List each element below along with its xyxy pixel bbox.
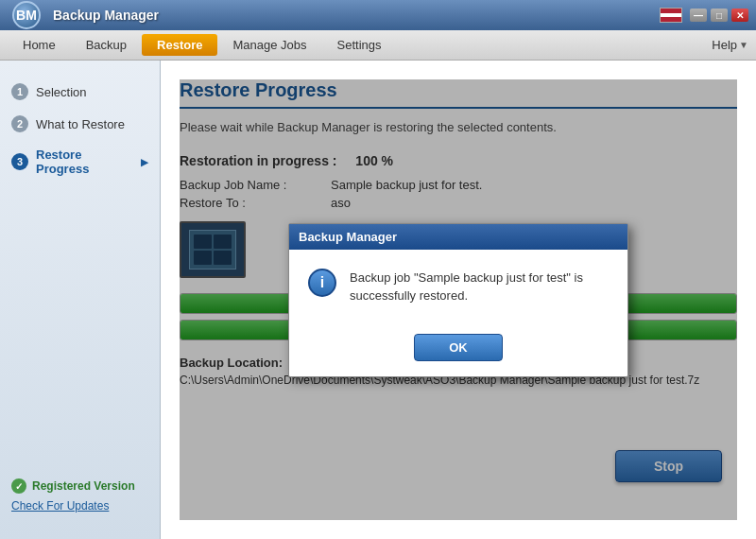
dialog-box: Backup Manager i Backup job "Sample back… <box>288 223 628 377</box>
title-bar-left: BM Backup Manager <box>8 0 159 30</box>
dialog-ok-button[interactable]: OK <box>414 334 503 361</box>
app-title: Backup Manager <box>53 8 159 23</box>
sidebar-bottom: ✓ Registered Version Check For Updates <box>0 467 160 524</box>
maximize-button[interactable]: □ <box>711 9 728 22</box>
dialog-overlay: Backup Manager i Backup job "Sample back… <box>180 79 737 520</box>
sidebar-label-restore-progress: Restore Progress <box>36 148 133 176</box>
app-icon-circle: BM <box>12 1 41 29</box>
main-layout: 1 Selection 2 What to Restore 3 Restore … <box>0 61 756 539</box>
dialog-message: Backup job "Sample backup just for test"… <box>350 269 609 305</box>
dialog-info-icon: i <box>308 269 336 297</box>
menu-backup[interactable]: Backup <box>71 34 142 56</box>
close-button[interactable]: ✕ <box>731 9 748 22</box>
step-num-3: 3 <box>11 153 28 170</box>
sidebar-item-what-to-restore[interactable]: 2 What to Restore <box>0 108 160 140</box>
menu-home[interactable]: Home <box>8 34 71 56</box>
content-wrapper: Restore Progress Please wait while Backu… <box>180 79 737 520</box>
dialog-title: Backup Manager <box>299 230 397 244</box>
check-updates-link[interactable]: Check For Updates <box>11 499 148 513</box>
help-menu[interactable]: Help ▼ <box>712 38 748 52</box>
dialog-title-bar: Backup Manager <box>289 224 627 250</box>
dialog-buttons: OK <box>289 324 627 376</box>
content-area: Restore Progress Please wait while Backu… <box>161 61 756 539</box>
menu-manage-jobs[interactable]: Manage Jobs <box>217 34 321 56</box>
sidebar-item-restore-progress[interactable]: 3 Restore Progress ▶ <box>0 140 160 183</box>
menu-bar: Home Backup Restore Manage Jobs Settings… <box>0 30 756 61</box>
registered-badge: ✓ Registered Version <box>11 478 148 494</box>
sidebar-label-selection: Selection <box>36 85 86 99</box>
sidebar-label-what-to-restore: What to Restore <box>36 117 125 131</box>
step-num-1: 1 <box>11 83 28 100</box>
sidebar-item-selection[interactable]: 1 Selection <box>0 76 160 108</box>
sidebar-arrow-icon: ▶ <box>141 157 148 167</box>
flag-icon <box>660 8 682 23</box>
menu-settings[interactable]: Settings <box>322 34 397 56</box>
dialog-content: i Backup job "Sample backup just for tes… <box>289 250 627 324</box>
sidebar: 1 Selection 2 What to Restore 3 Restore … <box>0 61 161 539</box>
help-label[interactable]: Help <box>712 38 737 52</box>
title-bar-controls: — □ ✕ <box>660 8 748 23</box>
registered-label: Registered Version <box>32 479 135 493</box>
minimize-button[interactable]: — <box>690 9 707 22</box>
help-arrow-icon: ▼ <box>739 40 748 50</box>
app-icon: BM <box>8 0 45 30</box>
title-bar: BM Backup Manager — □ ✕ <box>0 0 756 30</box>
registered-icon: ✓ <box>11 478 26 494</box>
menu-restore[interactable]: Restore <box>142 34 217 56</box>
step-num-2: 2 <box>11 115 28 132</box>
